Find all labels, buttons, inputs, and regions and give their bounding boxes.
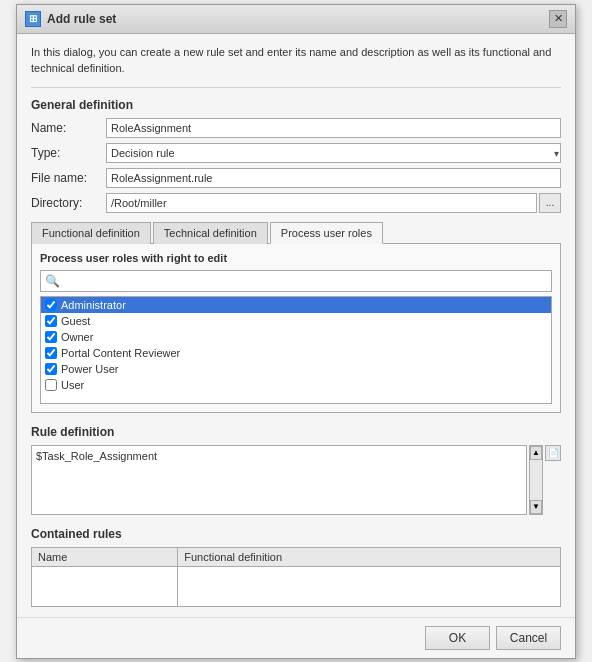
contained-rules-header: Contained rules bbox=[31, 523, 561, 541]
process-section-title: Process user roles with right to edit bbox=[40, 252, 552, 264]
browse-button[interactable]: ... bbox=[539, 193, 561, 213]
role-name: Owner bbox=[61, 331, 93, 343]
dialog-content: In this dialog, you can create a new rul… bbox=[17, 34, 575, 617]
rule-def-wrapper: $Task_Role_Assignment Use these operator… bbox=[31, 445, 527, 515]
ok-button[interactable]: OK bbox=[425, 626, 490, 650]
general-definition-header: General definition bbox=[31, 94, 561, 112]
role-name: Power User bbox=[61, 363, 118, 375]
tabs-bar: Functional definition Technical definiti… bbox=[31, 221, 561, 244]
rule-definition-textarea[interactable]: $Task_Role_Assignment bbox=[32, 446, 526, 514]
title-bar: ⊞ Add rule set ✕ bbox=[17, 5, 575, 34]
add-ruleset-dialog: ⊞ Add rule set ✕ In this dialog, you can… bbox=[16, 4, 576, 659]
list-item[interactable]: Portal Content Reviewer bbox=[41, 345, 551, 361]
dialog-footer: OK Cancel bbox=[17, 617, 575, 658]
directory-field-group: ... bbox=[106, 193, 561, 213]
rule-definition-header: Rule definition bbox=[31, 421, 561, 439]
dialog-icon: ⊞ bbox=[25, 11, 41, 27]
role-name: User bbox=[61, 379, 84, 391]
type-label: Type: bbox=[31, 146, 106, 160]
role-name: Portal Content Reviewer bbox=[61, 347, 180, 359]
role-checkbox-portal-content-reviewer[interactable] bbox=[45, 347, 57, 359]
dialog-title: Add rule set bbox=[47, 12, 116, 26]
tab-process-content: Process user roles with right to edit 🔍 … bbox=[31, 244, 561, 413]
scrollbar-up[interactable]: ▲ bbox=[530, 446, 542, 460]
type-row: Type: Decision rule ▾ bbox=[31, 143, 561, 163]
list-item[interactable]: Power User bbox=[41, 361, 551, 377]
roles-list-inner: Administrator Guest Owner Portal Co bbox=[41, 297, 551, 393]
tabs-section: Functional definition Technical definiti… bbox=[31, 221, 561, 413]
roles-list[interactable]: Administrator Guest Owner Portal Co bbox=[40, 296, 552, 404]
filename-label: File name: bbox=[31, 171, 106, 185]
search-bar: 🔍 bbox=[40, 270, 552, 292]
role-checkbox-user[interactable] bbox=[45, 379, 57, 391]
table-cell-functional bbox=[178, 566, 561, 606]
list-item[interactable]: Administrator bbox=[41, 297, 551, 313]
rule-def-icon-col: 📄 bbox=[545, 445, 561, 515]
tab-functional[interactable]: Functional definition bbox=[31, 222, 151, 244]
role-checkbox-owner[interactable] bbox=[45, 331, 57, 343]
tab-process[interactable]: Process user roles bbox=[270, 222, 383, 244]
table-row bbox=[32, 566, 561, 606]
filename-row: File name: bbox=[31, 168, 561, 188]
intro-text: In this dialog, you can create a new rul… bbox=[31, 44, 561, 77]
type-select[interactable]: Decision rule bbox=[106, 143, 561, 163]
cancel-button[interactable]: Cancel bbox=[496, 626, 561, 650]
list-item[interactable]: Guest bbox=[41, 313, 551, 329]
rule-def-box: $Task_Role_Assignment Use these operator… bbox=[31, 445, 561, 515]
rule-edit-icon[interactable]: 📄 bbox=[545, 445, 561, 461]
directory-input[interactable] bbox=[106, 193, 537, 213]
contained-rules-table: Name Functional definition bbox=[31, 547, 561, 607]
name-input[interactable] bbox=[106, 118, 561, 138]
search-icon: 🔍 bbox=[45, 274, 60, 288]
type-select-wrapper: Decision rule ▾ bbox=[106, 143, 561, 163]
title-bar-left: ⊞ Add rule set bbox=[25, 11, 116, 27]
rule-definition-section: Rule definition $Task_Role_Assignment Us… bbox=[31, 421, 561, 515]
rule-def-scrollbar: ▲ ▼ bbox=[529, 445, 543, 515]
tab-technical[interactable]: Technical definition bbox=[153, 222, 268, 244]
scrollbar-down[interactable]: ▼ bbox=[530, 500, 542, 514]
filename-input[interactable] bbox=[106, 168, 561, 188]
contained-rules-section: Contained rules Name Functional definiti… bbox=[31, 523, 561, 607]
role-name: Administrator bbox=[61, 299, 126, 311]
column-header-functional: Functional definition bbox=[178, 547, 561, 566]
directory-row: Directory: ... bbox=[31, 193, 561, 213]
column-header-name: Name bbox=[32, 547, 178, 566]
role-name: Guest bbox=[61, 315, 90, 327]
role-checkbox-power-user[interactable] bbox=[45, 363, 57, 375]
name-row: Name: bbox=[31, 118, 561, 138]
list-item[interactable]: Owner bbox=[41, 329, 551, 345]
role-checkbox-guest[interactable] bbox=[45, 315, 57, 327]
search-input[interactable] bbox=[64, 275, 547, 287]
close-button[interactable]: ✕ bbox=[549, 10, 567, 28]
table-cell-name bbox=[32, 566, 178, 606]
list-item[interactable]: User bbox=[41, 377, 551, 393]
role-checkbox-administrator[interactable] bbox=[45, 299, 57, 311]
name-label: Name: bbox=[31, 121, 106, 135]
directory-label: Directory: bbox=[31, 196, 106, 210]
